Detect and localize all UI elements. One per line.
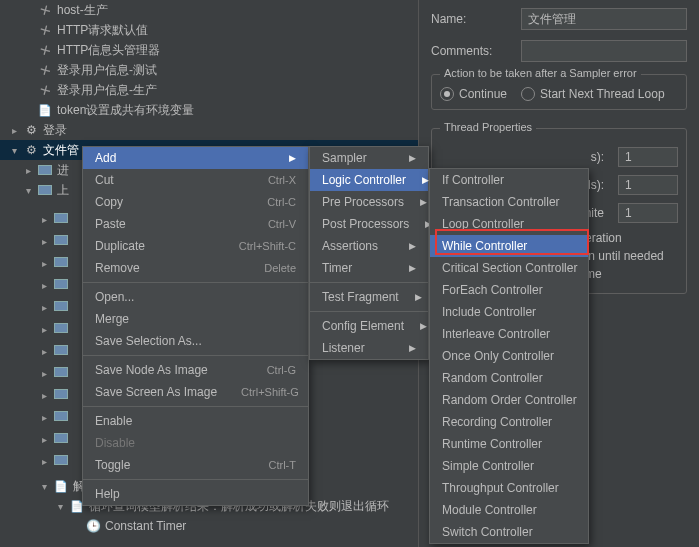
menu-item[interactable]: Logic Controller▶ [310, 169, 428, 191]
menu-item[interactable]: Test Fragment▶ [310, 286, 428, 308]
expander-icon[interactable]: ▸ [38, 236, 50, 247]
expander-icon[interactable]: ▸ [38, 368, 50, 379]
clock-icon: 🕒 [85, 518, 101, 534]
submenu-arrow-icon: ▶ [415, 292, 422, 302]
menu-item[interactable]: Random Controller [430, 367, 588, 389]
tree-node[interactable]: ▸📄token设置成共有环境变量 [0, 100, 418, 120]
menu-item[interactable]: Loop Controller [430, 213, 588, 235]
menu-item[interactable]: Simple Controller [430, 455, 588, 477]
expander-icon[interactable]: ▾ [38, 481, 50, 492]
box-icon [37, 182, 53, 198]
action-fieldset: Action to be taken after a Sampler error… [431, 74, 687, 110]
expander-icon[interactable]: ▸ [38, 390, 50, 401]
tree-node[interactable]: ▸🕒Constant Timer [0, 516, 418, 536]
menu-item[interactable]: ToggleCtrl-T [83, 454, 308, 476]
menu-item[interactable]: Recording Controller [430, 411, 588, 433]
wrench-icon: ✕ [37, 82, 53, 98]
menu-item[interactable]: Enable [83, 410, 308, 432]
radio-start-next[interactable]: Start Next Thread Loop [521, 87, 665, 101]
menu-item[interactable]: Critical Section Controller [430, 257, 588, 279]
menu-item[interactable]: Add▶ [83, 147, 308, 169]
box-icon [37, 162, 53, 178]
expander-icon[interactable]: ▸ [38, 302, 50, 313]
menu-item[interactable]: PasteCtrl-V [83, 213, 308, 235]
submenu-arrow-icon: ▶ [409, 241, 416, 251]
submenu-arrow-icon: ▶ [422, 175, 429, 185]
menu-item[interactable]: Runtime Controller [430, 433, 588, 455]
context-submenu-add: Sampler▶Logic Controller▶Pre Processors▶… [309, 146, 429, 360]
menu-item[interactable]: Open... [83, 286, 308, 308]
expander-icon[interactable]: ▾ [22, 185, 34, 196]
menu-item[interactable]: Assertions▶ [310, 235, 428, 257]
tree-node[interactable]: ▸✕HTTP信息头管理器 [0, 40, 418, 60]
name-input[interactable] [521, 8, 687, 30]
expander-icon[interactable]: ▸ [38, 456, 50, 467]
wrench-icon: ✕ [37, 2, 53, 18]
menu-item[interactable]: Merge [83, 308, 308, 330]
threads-input[interactable] [618, 147, 678, 167]
doc-icon: 📄 [53, 478, 69, 494]
submenu-arrow-icon: ▶ [409, 153, 416, 163]
context-menu-main: Add▶CutCtrl-XCopyCtrl-CPasteCtrl-VDuplic… [82, 146, 309, 506]
expander-icon[interactable]: ▾ [54, 501, 66, 512]
menu-item[interactable]: Pre Processors▶ [310, 191, 428, 213]
menu-item[interactable]: Throughput Controller [430, 477, 588, 499]
menu-item[interactable]: CopyCtrl-C [83, 191, 308, 213]
doc-icon: 📄 [37, 102, 53, 118]
submenu-arrow-icon: ▶ [420, 321, 427, 331]
submenu-arrow-icon: ▶ [289, 153, 296, 163]
ramp-input[interactable] [618, 175, 678, 195]
menu-item[interactable]: Config Element▶ [310, 315, 428, 337]
expander-icon[interactable]: ▸ [22, 165, 34, 176]
gear-icon: ⚙ [23, 142, 39, 158]
tree-node[interactable]: ▸✕登录用户信息-生产 [0, 80, 418, 100]
expander-icon[interactable]: ▸ [38, 258, 50, 269]
expander-icon[interactable]: ▸ [38, 324, 50, 335]
menu-item[interactable]: Save Selection As... [83, 330, 308, 352]
menu-item[interactable]: Module Controller [430, 499, 588, 521]
menu-item[interactable]: While Controller [430, 235, 588, 257]
menu-item[interactable]: CutCtrl-X [83, 169, 308, 191]
menu-item[interactable]: Timer▶ [310, 257, 428, 279]
submenu-arrow-icon: ▶ [409, 343, 416, 353]
expander-icon[interactable]: ▸ [38, 434, 50, 445]
comments-label: Comments: [431, 44, 521, 58]
menu-item[interactable]: Help [83, 483, 308, 505]
radio-continue[interactable]: Continue [440, 87, 507, 101]
expander-icon[interactable]: ▾ [8, 145, 20, 156]
menu-item[interactable]: Random Order Controller [430, 389, 588, 411]
menu-item[interactable]: DuplicateCtrl+Shift-C [83, 235, 308, 257]
tree-node[interactable]: ▸⚙登录 [0, 120, 418, 140]
menu-item[interactable]: Interleave Controller [430, 323, 588, 345]
menu-item[interactable]: Once Only Controller [430, 345, 588, 367]
thread-legend: Thread Properties [440, 121, 536, 133]
comments-input[interactable] [521, 40, 687, 62]
loop-input[interactable] [618, 203, 678, 223]
menu-item[interactable]: Sampler▶ [310, 147, 428, 169]
expander-icon[interactable]: ▸ [8, 125, 20, 136]
menu-item[interactable]: Listener▶ [310, 337, 428, 359]
expander-icon[interactable]: ▸ [38, 412, 50, 423]
context-submenu-logic-controller: If ControllerTransaction ControllerLoop … [429, 168, 589, 544]
wrench-icon: ✕ [37, 62, 53, 78]
gear-icon: ⚙ [23, 122, 39, 138]
menu-item: Disable [83, 432, 308, 454]
expander-icon[interactable]: ▸ [38, 280, 50, 291]
name-label: Name: [431, 12, 521, 26]
submenu-arrow-icon: ▶ [420, 197, 427, 207]
menu-item[interactable]: Switch Controller [430, 521, 588, 543]
menu-item[interactable]: ForEach Controller [430, 279, 588, 301]
submenu-arrow-icon: ▶ [409, 263, 416, 273]
tree-node[interactable]: ▸✕HTTP请求默认值 [0, 20, 418, 40]
tree-node[interactable]: ▸✕登录用户信息-测试 [0, 60, 418, 80]
menu-item[interactable]: If Controller [430, 169, 588, 191]
menu-item[interactable]: Save Screen As ImageCtrl+Shift-G [83, 381, 308, 403]
menu-item[interactable]: Include Controller [430, 301, 588, 323]
menu-item[interactable]: Save Node As ImageCtrl-G [83, 359, 308, 381]
menu-item[interactable]: RemoveDelete [83, 257, 308, 279]
tree-node[interactable]: ▸✕host-生产 [0, 0, 418, 20]
expander-icon[interactable]: ▸ [38, 346, 50, 357]
menu-item[interactable]: Post Processors▶ [310, 213, 428, 235]
menu-item[interactable]: Transaction Controller [430, 191, 588, 213]
expander-icon[interactable]: ▸ [38, 214, 50, 225]
